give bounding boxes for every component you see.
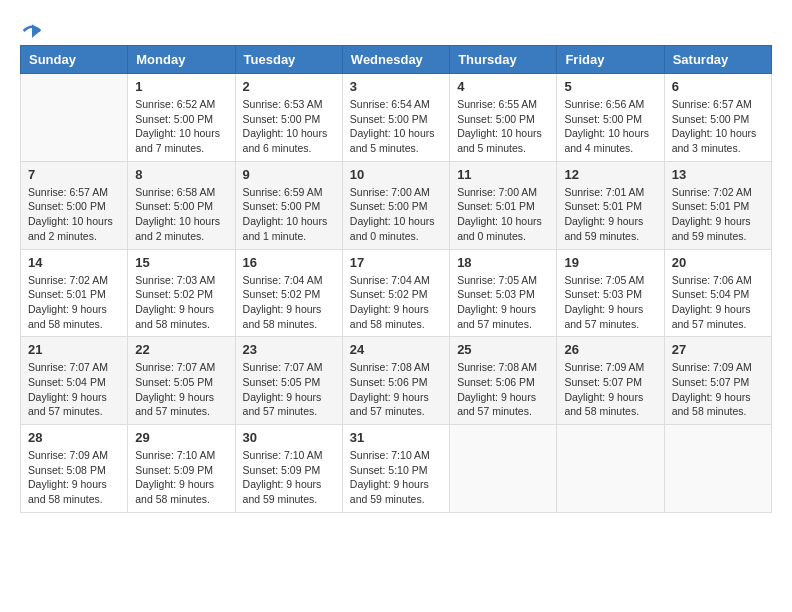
calendar-cell: 20Sunrise: 7:06 AMSunset: 5:04 PMDayligh… [664,249,771,337]
calendar-cell: 30Sunrise: 7:10 AMSunset: 5:09 PMDayligh… [235,425,342,513]
day-number: 27 [672,342,764,357]
day-number: 7 [28,167,120,182]
header-sunday: Sunday [21,46,128,74]
day-info: Sunrise: 7:10 AMSunset: 5:10 PMDaylight:… [350,448,442,507]
calendar-cell: 13Sunrise: 7:02 AMSunset: 5:01 PMDayligh… [664,161,771,249]
day-info: Sunrise: 7:01 AMSunset: 5:01 PMDaylight:… [564,185,656,244]
day-info: Sunrise: 6:59 AMSunset: 5:00 PMDaylight:… [243,185,335,244]
logo [20,20,44,35]
header-wednesday: Wednesday [342,46,449,74]
day-number: 6 [672,79,764,94]
day-info: Sunrise: 7:05 AMSunset: 5:03 PMDaylight:… [564,273,656,332]
calendar-cell: 10Sunrise: 7:00 AMSunset: 5:00 PMDayligh… [342,161,449,249]
calendar-cell: 2Sunrise: 6:53 AMSunset: 5:00 PMDaylight… [235,74,342,162]
day-number: 11 [457,167,549,182]
day-number: 9 [243,167,335,182]
calendar-cell: 3Sunrise: 6:54 AMSunset: 5:00 PMDaylight… [342,74,449,162]
calendar-cell: 26Sunrise: 7:09 AMSunset: 5:07 PMDayligh… [557,337,664,425]
calendar-cell: 29Sunrise: 7:10 AMSunset: 5:09 PMDayligh… [128,425,235,513]
day-number: 26 [564,342,656,357]
calendar-week-row: 28Sunrise: 7:09 AMSunset: 5:08 PMDayligh… [21,425,772,513]
calendar-cell: 16Sunrise: 7:04 AMSunset: 5:02 PMDayligh… [235,249,342,337]
day-number: 8 [135,167,227,182]
day-info: Sunrise: 7:04 AMSunset: 5:02 PMDaylight:… [243,273,335,332]
day-info: Sunrise: 6:54 AMSunset: 5:00 PMDaylight:… [350,97,442,156]
day-number: 2 [243,79,335,94]
day-number: 17 [350,255,442,270]
day-number: 21 [28,342,120,357]
calendar-week-row: 7Sunrise: 6:57 AMSunset: 5:00 PMDaylight… [21,161,772,249]
page-header [20,20,772,35]
calendar-cell [450,425,557,513]
calendar-cell: 24Sunrise: 7:08 AMSunset: 5:06 PMDayligh… [342,337,449,425]
day-number: 19 [564,255,656,270]
day-number: 14 [28,255,120,270]
calendar: SundayMondayTuesdayWednesdayThursdayFrid… [20,45,772,513]
day-number: 5 [564,79,656,94]
calendar-cell [557,425,664,513]
calendar-cell: 25Sunrise: 7:08 AMSunset: 5:06 PMDayligh… [450,337,557,425]
calendar-cell: 27Sunrise: 7:09 AMSunset: 5:07 PMDayligh… [664,337,771,425]
day-number: 23 [243,342,335,357]
day-info: Sunrise: 7:03 AMSunset: 5:02 PMDaylight:… [135,273,227,332]
header-saturday: Saturday [664,46,771,74]
calendar-cell [21,74,128,162]
day-number: 25 [457,342,549,357]
header-friday: Friday [557,46,664,74]
day-number: 24 [350,342,442,357]
day-number: 15 [135,255,227,270]
day-info: Sunrise: 7:02 AMSunset: 5:01 PMDaylight:… [28,273,120,332]
day-number: 22 [135,342,227,357]
calendar-cell: 12Sunrise: 7:01 AMSunset: 5:01 PMDayligh… [557,161,664,249]
header-thursday: Thursday [450,46,557,74]
calendar-cell: 1Sunrise: 6:52 AMSunset: 5:00 PMDaylight… [128,74,235,162]
calendar-cell: 28Sunrise: 7:09 AMSunset: 5:08 PMDayligh… [21,425,128,513]
calendar-cell: 5Sunrise: 6:56 AMSunset: 5:00 PMDaylight… [557,74,664,162]
calendar-week-row: 1Sunrise: 6:52 AMSunset: 5:00 PMDaylight… [21,74,772,162]
calendar-cell: 6Sunrise: 6:57 AMSunset: 5:00 PMDaylight… [664,74,771,162]
logo-icon [22,21,42,41]
calendar-header-row: SundayMondayTuesdayWednesdayThursdayFrid… [21,46,772,74]
calendar-cell: 18Sunrise: 7:05 AMSunset: 5:03 PMDayligh… [450,249,557,337]
day-info: Sunrise: 7:09 AMSunset: 5:08 PMDaylight:… [28,448,120,507]
calendar-cell: 7Sunrise: 6:57 AMSunset: 5:00 PMDaylight… [21,161,128,249]
calendar-cell: 17Sunrise: 7:04 AMSunset: 5:02 PMDayligh… [342,249,449,337]
day-info: Sunrise: 6:58 AMSunset: 5:00 PMDaylight:… [135,185,227,244]
day-info: Sunrise: 7:10 AMSunset: 5:09 PMDaylight:… [135,448,227,507]
calendar-cell: 22Sunrise: 7:07 AMSunset: 5:05 PMDayligh… [128,337,235,425]
day-number: 30 [243,430,335,445]
day-info: Sunrise: 7:02 AMSunset: 5:01 PMDaylight:… [672,185,764,244]
day-info: Sunrise: 7:10 AMSunset: 5:09 PMDaylight:… [243,448,335,507]
day-number: 4 [457,79,549,94]
day-number: 29 [135,430,227,445]
calendar-cell: 4Sunrise: 6:55 AMSunset: 5:00 PMDaylight… [450,74,557,162]
calendar-cell: 14Sunrise: 7:02 AMSunset: 5:01 PMDayligh… [21,249,128,337]
day-info: Sunrise: 7:08 AMSunset: 5:06 PMDaylight:… [457,360,549,419]
header-tuesday: Tuesday [235,46,342,74]
day-number: 31 [350,430,442,445]
day-number: 18 [457,255,549,270]
day-info: Sunrise: 7:09 AMSunset: 5:07 PMDaylight:… [672,360,764,419]
day-info: Sunrise: 7:07 AMSunset: 5:05 PMDaylight:… [135,360,227,419]
day-info: Sunrise: 7:07 AMSunset: 5:05 PMDaylight:… [243,360,335,419]
calendar-cell [664,425,771,513]
calendar-cell: 9Sunrise: 6:59 AMSunset: 5:00 PMDaylight… [235,161,342,249]
day-info: Sunrise: 7:05 AMSunset: 5:03 PMDaylight:… [457,273,549,332]
day-number: 16 [243,255,335,270]
day-number: 10 [350,167,442,182]
day-info: Sunrise: 7:09 AMSunset: 5:07 PMDaylight:… [564,360,656,419]
day-info: Sunrise: 6:56 AMSunset: 5:00 PMDaylight:… [564,97,656,156]
day-info: Sunrise: 7:00 AMSunset: 5:00 PMDaylight:… [350,185,442,244]
day-info: Sunrise: 6:57 AMSunset: 5:00 PMDaylight:… [672,97,764,156]
day-info: Sunrise: 7:00 AMSunset: 5:01 PMDaylight:… [457,185,549,244]
calendar-cell: 11Sunrise: 7:00 AMSunset: 5:01 PMDayligh… [450,161,557,249]
day-info: Sunrise: 6:55 AMSunset: 5:00 PMDaylight:… [457,97,549,156]
day-number: 1 [135,79,227,94]
day-number: 28 [28,430,120,445]
day-info: Sunrise: 7:06 AMSunset: 5:04 PMDaylight:… [672,273,764,332]
day-info: Sunrise: 7:08 AMSunset: 5:06 PMDaylight:… [350,360,442,419]
day-number: 12 [564,167,656,182]
day-info: Sunrise: 6:53 AMSunset: 5:00 PMDaylight:… [243,97,335,156]
calendar-cell: 31Sunrise: 7:10 AMSunset: 5:10 PMDayligh… [342,425,449,513]
calendar-cell: 15Sunrise: 7:03 AMSunset: 5:02 PMDayligh… [128,249,235,337]
